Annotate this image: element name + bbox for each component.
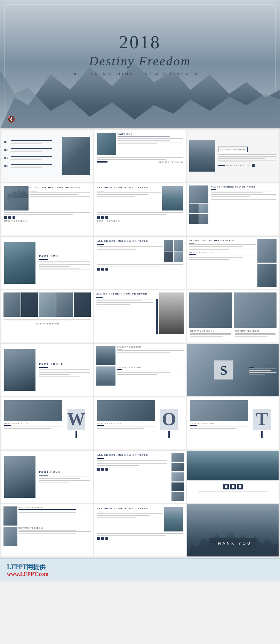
slide-24-thank-you-box: THANK YOU [209, 538, 257, 548]
watermark-footer: LFPPT网提供 www.LFPPT.com [0, 558, 280, 581]
slide-20-stripes [170, 451, 186, 503]
slide-7: PART TWO [1, 237, 93, 289]
slide-2: PART ONE DESTINY FREEDOM [94, 130, 186, 182]
slide-18-left: DESTINY FREEDOM [190, 400, 248, 447]
slide-22-img-2 [3, 527, 17, 546]
slide-2-images: PART ONE [97, 133, 183, 155]
slide-15-text: DESTINY FREEDOM [249, 364, 277, 375]
slide-23-text: ALL OR NOTHING NOW OR NEVER [97, 507, 163, 531]
slide-4: ALL OR NOTHING NOW OR NEVER DESTINY FREE… [1, 183, 93, 236]
watermark-line1: LFPPT网提供 [7, 563, 273, 571]
slide-18: DESTINY FREEDOM T [187, 397, 279, 449]
slides-grid: 01 02 03 [0, 129, 280, 558]
slide-24: THANK YOU [187, 504, 279, 556]
slide-21-wave-image [187, 451, 279, 480]
slide-12-left: DESTINY FREEDOM [189, 292, 232, 340]
slide-21 [187, 451, 279, 503]
slide-5-icons [97, 216, 183, 219]
watermark-line2: www.LFPPT.com [7, 571, 273, 577]
slide-4-icons [4, 216, 90, 219]
slide-13-content: PART THREE [35, 363, 90, 378]
slide-15: S DESTINY FREEDOM [187, 344, 279, 396]
slide-17-left: DESTINY FREEDOM [97, 400, 155, 447]
slide-1-list: 01 02 03 [4, 140, 62, 172]
slide-2-image-1 [97, 133, 116, 155]
slide-21-icons-area [187, 480, 279, 494]
slide-10-collage [3, 292, 91, 317]
slide-12-right: DESTINY FREEDOM [234, 292, 277, 340]
slide-6-photo-col [189, 185, 208, 224]
slide-20-text: ALL OR NOTHING NOW OR NEVER [94, 451, 170, 503]
slide-22-img-1 [3, 506, 17, 526]
list-item: 01 [4, 140, 62, 145]
slide-18-right: T [248, 400, 276, 447]
slide-7-mountain-image [4, 242, 35, 284]
slide-6: ALL OR NOTHING NOW OR NEVER [187, 183, 279, 236]
slide-8-grid [164, 240, 183, 262]
slide-13: PART THREE [1, 344, 93, 396]
slide-5-text: ALL OR NOTHING NOW OR NEVER [97, 186, 161, 210]
slide-9: ALL OR NOTHING NOW OR NEVER DESTINY FREE… [187, 237, 279, 289]
slide-3-content: DESTINY FREEDOM DESTINY FREEDOM [215, 145, 277, 167]
slide-11: ALL OR NOTHING NOW OR NEVER [94, 290, 186, 342]
hero-content: 2018 Destiny Freedom ALL OR NOTHING , NO… [74, 32, 206, 76]
slide-16: DESTINY FREEDOM W [1, 397, 93, 449]
slide-1: 01 02 03 [1, 130, 93, 182]
slide-4-text: ALL OR NOTHING NOW OR NEVER [30, 186, 90, 210]
slide-3-frame: DESTINY FREEDOM [218, 147, 248, 152]
slide-23: ALL OR NOTHING NOW OR NEVER [94, 504, 186, 556]
slide-14-img-1 [96, 346, 115, 365]
slide-5: ALL OR NOTHING NOW OR NEVER DESTINY FREE… [94, 183, 186, 236]
slide-17-image [97, 400, 155, 421]
slide-12-img-top [189, 292, 232, 328]
slide-16-image [4, 400, 62, 421]
slide-14: DESTINY FREEDOM DESTINY FREEDOM [94, 344, 186, 396]
slide-19: PART FOUR [1, 451, 93, 503]
list-item: 03 [4, 156, 62, 161]
slide-23-image [164, 507, 183, 531]
slide-20: ALL OR NOTHING NOW OR NEVER [94, 451, 186, 503]
hero-subtitle: ALL OR NOTHING , NOW OR NEVER . [74, 72, 206, 76]
slide-5-car-image [162, 186, 183, 210]
slide-3: DESTINY FREEDOM DESTINY FREEDOM [187, 130, 279, 182]
slide-23-icons [97, 537, 183, 540]
slide-6-text: ALL OR NOTHING NOW OR NEVER [209, 185, 277, 224]
slide-11-person-image [159, 292, 184, 334]
slide-17-right: O [155, 400, 183, 447]
slide-22: DESTINY FREEDOM DESTINY FREEDOM [1, 504, 93, 556]
hero-year: 2018 [74, 32, 206, 52]
slide-15-letter-box: S [214, 361, 233, 380]
slide-8-icons [97, 268, 183, 271]
slide-8: ALL OR NOTHING NOW OR NEVER [94, 237, 186, 289]
slide-1-mountain-image [62, 137, 90, 175]
hero-title: Destiny Freedom [74, 54, 206, 68]
hero-slide: 2018 Destiny Freedom ALL OR NOTHING , NO… [0, 0, 280, 129]
list-item: 02 [4, 148, 62, 153]
slide-7-content: PART TWO [35, 255, 90, 271]
slide-12-img-bottom [234, 292, 277, 328]
slide-16-left: DESTINY FREEDOM [4, 400, 62, 447]
slide-9-text: ALL OR NOTHING NOW OR NEVER DESTINY FREE… [189, 239, 256, 287]
list-item: 04 [4, 164, 62, 169]
slide-18-image [190, 400, 248, 421]
slide-17: DESTINY FREEDOM O [94, 397, 186, 449]
slide-20-icons [97, 468, 167, 471]
slide-11-text: ALL OR NOTHING NOW OR NEVER [96, 292, 154, 340]
slide-13-mountain-image [4, 349, 35, 391]
slide-10: DESTINY FREEDOM [1, 290, 93, 342]
slide-3-nav: DESTINY FREEDOM [218, 164, 277, 167]
slide-19-content: PART FOUR [35, 470, 90, 484]
slide-4-img-left [4, 186, 29, 210]
slide-3-mountain-image [189, 140, 215, 172]
slide-11-navy-bar [156, 299, 158, 334]
speaker-icon[interactable]: 🔇 [7, 115, 15, 123]
slide-12: DESTINY FREEDOM DESTINY FREEDOM [187, 290, 279, 342]
decorative-bar [97, 161, 107, 163]
slide-2-text-area: PART ONE [118, 133, 183, 155]
slide-9-photos [257, 239, 277, 287]
slide-8-text: ALL OR NOTHING NOW OR NEVER [97, 240, 163, 262]
slide-19-mountain-image [4, 456, 35, 498]
slide-14-img-2 [96, 366, 115, 386]
slide-16-right: W [62, 400, 90, 447]
